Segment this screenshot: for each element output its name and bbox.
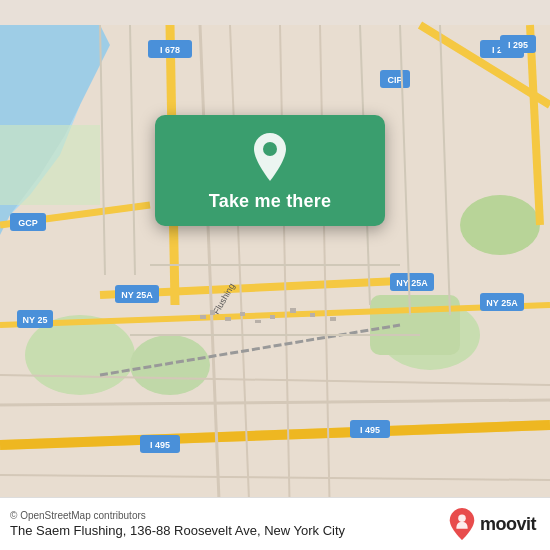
svg-point-40	[458, 515, 466, 523]
take-me-there-button-label: Take me there	[209, 191, 331, 212]
svg-text:NY 25A: NY 25A	[121, 290, 153, 300]
svg-rect-5	[370, 295, 460, 355]
take-me-there-card[interactable]: Take me there	[155, 115, 385, 226]
bottom-bar: © OpenStreetMap contributors The Saem Fl…	[0, 497, 550, 550]
svg-text:GCP: GCP	[18, 218, 38, 228]
copyright-text: © OpenStreetMap contributors	[10, 510, 345, 521]
svg-text:CIP: CIP	[387, 75, 402, 85]
moovit-brand-text: moovit	[480, 514, 536, 535]
map-container: I 495 I 495 NY 25A NY 25A I 678 I 295 NY…	[0, 0, 550, 550]
svg-rect-38	[330, 317, 336, 321]
svg-rect-36	[290, 308, 296, 313]
svg-point-2	[130, 335, 210, 395]
svg-rect-33	[240, 312, 245, 316]
svg-text:NY 25A: NY 25A	[486, 298, 518, 308]
svg-text:NY 25A: NY 25A	[396, 278, 428, 288]
svg-text:NY 25: NY 25	[23, 315, 48, 325]
svg-rect-29	[0, 125, 100, 205]
svg-rect-34	[255, 320, 261, 323]
map-background: I 495 I 495 NY 25A NY 25A I 678 I 295 NY…	[0, 0, 550, 550]
svg-text:I 495: I 495	[360, 425, 380, 435]
svg-rect-32	[225, 317, 231, 321]
svg-rect-35	[270, 315, 275, 319]
address-text: The Saem Flushing, 136-88 Roosevelt Ave,…	[10, 523, 345, 538]
svg-rect-30	[200, 315, 206, 319]
svg-text:I 678: I 678	[160, 45, 180, 55]
svg-rect-31	[210, 310, 215, 315]
bottom-info: © OpenStreetMap contributors The Saem Fl…	[10, 510, 345, 538]
moovit-pin-icon	[448, 508, 476, 540]
svg-point-39	[263, 142, 277, 156]
svg-point-4	[460, 195, 540, 255]
location-icon	[246, 133, 294, 181]
svg-text:I 495: I 495	[150, 440, 170, 450]
moovit-logo: moovit	[448, 508, 536, 540]
svg-text:I 295: I 295	[508, 40, 528, 50]
svg-rect-37	[310, 313, 315, 317]
